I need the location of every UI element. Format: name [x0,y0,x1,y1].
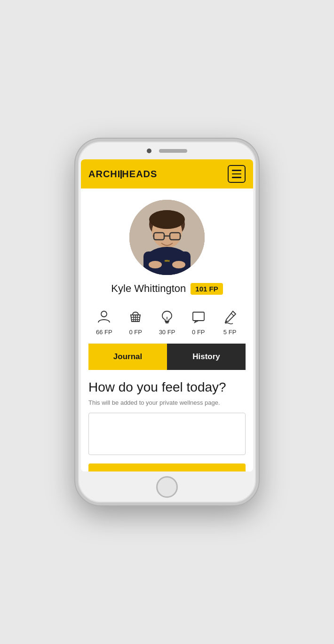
stats-row: 66 FP [88,304,246,344]
stat-item-idea: 30 FP [158,308,176,336]
stat-item-person: 66 FP [95,308,113,336]
profile-section: element Kyle Whittington 101 FP [81,188,253,471]
svg-point-16 [149,261,162,268]
stat-item-write: 5 FP [221,308,239,336]
svg-point-5 [149,210,185,229]
user-name: Kyle Whittington [111,283,186,295]
speaker [159,149,187,153]
app-header: ARCHIHEADS [81,159,253,188]
stat-value-write: 5 FP [223,329,236,336]
app-logo: ARCHIHEADS [88,169,157,180]
svg-point-18 [101,311,107,317]
journal-section: How do you feel today? This will be adde… [88,370,246,471]
svg-point-17 [172,261,185,268]
menu-line-3 [232,177,241,178]
menu-button[interactable] [228,165,246,183]
front-camera [147,149,151,153]
journal-textarea[interactable] [88,413,246,455]
submit-feeling-button[interactable]: Submit your feeling [88,463,246,471]
stat-item-basket: 0 FP [127,308,144,336]
journal-subtitle: This will be added to your private welln… [88,399,246,406]
menu-line-2 [232,173,241,175]
person-icon [95,308,113,326]
svg-rect-27 [193,312,204,321]
app-container: ARCHIHEADS [81,159,253,471]
stat-item-chat: 0 FP [190,308,207,336]
svg-line-28 [231,313,234,316]
tab-history[interactable]: History [167,344,246,370]
stat-value-basket: 0 FP [129,329,142,336]
menu-line-1 [232,170,241,171]
tabs-row: Journal History [88,344,246,370]
stat-value-idea: 30 FP [159,329,175,336]
stat-value-person: 66 FP [96,329,112,336]
phone-screen: ARCHIHEADS [81,159,253,471]
avatar: element [129,200,205,275]
phone-top-bar [129,146,205,156]
user-name-row: Kyle Whittington 101 FP [111,283,223,295]
tab-journal[interactable]: Journal [88,344,167,370]
basket-icon [127,308,144,326]
chat-icon [190,308,207,326]
fp-badge: 101 FP [191,283,223,295]
home-button[interactable] [156,476,178,498]
pencil-icon [221,308,239,326]
journal-question: How do you feel today? [88,379,246,395]
lightbulb-icon [158,308,176,326]
phone-frame: ARCHIHEADS [75,139,259,505]
stat-value-chat: 0 FP [192,329,205,336]
